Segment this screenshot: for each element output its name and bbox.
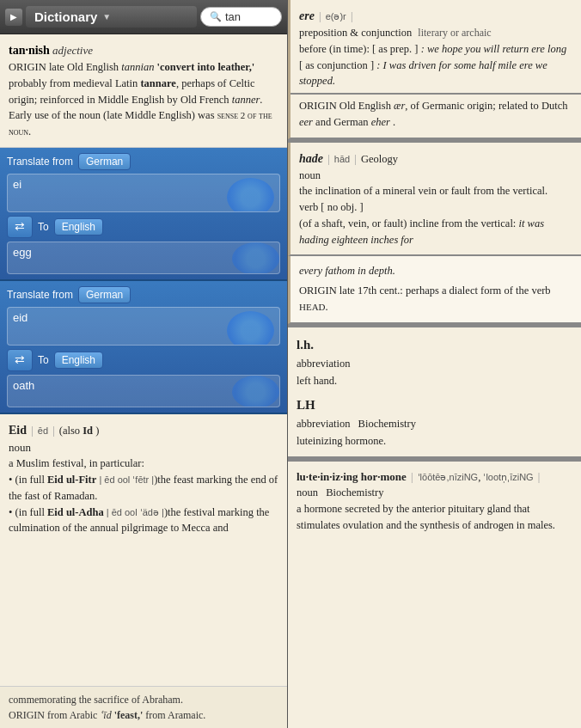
- translate-swap-btn-2[interactable]: ⇄: [7, 349, 33, 371]
- tannish-headword: tan·nish: [9, 44, 50, 57]
- hade-continuation-panel: every fathom in depth. ORIGIN late 17th …: [288, 256, 581, 323]
- hade-noun-def: the inclination of a mineral vein or fau…: [299, 183, 572, 199]
- hade-origin-head: HEAD: [299, 302, 326, 312]
- luting-pos: noun Biochemistry: [297, 485, 572, 501]
- hade-pronunciation: hād: [334, 154, 350, 164]
- eid-body: a Muslim festival, in particular: • (in …: [9, 456, 278, 536]
- eid-origin-panel: commemorating the sacrifice of Abraham. …: [0, 686, 287, 728]
- hade-verb-def: (of a shaft, vein, or fault) incline fro…: [299, 216, 572, 248]
- ere-pos: preposition & conjunction literary or ar…: [299, 25, 572, 41]
- eid-ul-adha: Eid ul-Adha: [47, 506, 104, 518]
- search-input[interactable]: [225, 10, 272, 23]
- translate-from-label-1: Translate from: [7, 156, 73, 168]
- eid-origin-text: ORIGIN from Arabic ʿīd 'feast,' from Ara…: [9, 707, 278, 723]
- hade-verb-italic: it was hading eighteen inches for: [299, 217, 544, 246]
- ere-headline: ere | e(ə)r |: [299, 7, 572, 25]
- ere-italic1: : we hope you will return ere long: [421, 43, 567, 55]
- search-box[interactable]: 🔍: [200, 7, 282, 27]
- ere-german: eher: [371, 116, 390, 128]
- tannish-pos: adjective: [52, 44, 93, 57]
- dictionary-title: Dictionary: [34, 9, 97, 24]
- eid-pos: noun: [9, 439, 278, 456]
- hade-origin: ORIGIN late 17th cent.: perhaps a dialec…: [299, 283, 572, 315]
- origin-keyword: ORIGIN: [9, 709, 47, 721]
- dictionary-title-box[interactable]: Dictionary ▼: [26, 6, 197, 28]
- luting-def: a hormone secreted by the anterior pitui…: [297, 501, 572, 534]
- eid-bullet2: • (in full Eid ul-Adha | ēd ool ˈädə |)t…: [9, 505, 278, 537]
- back-arrow-button[interactable]: ▶: [5, 9, 22, 26]
- hade-headword: hade: [299, 152, 323, 165]
- hade-pos-noun: noun: [299, 168, 572, 184]
- luting-entry-panel: lu·te·in·iz·ing hor·mone | ˈlōōtēə,nīziN…: [288, 462, 581, 729]
- eid-also: (also: [59, 425, 83, 437]
- eid-headline: Eid | ēd | (also Id ): [9, 421, 278, 439]
- dictionary-header: ▶ Dictionary ▼ 🔍: [0, 0, 287, 34]
- ere-old-english: ær: [394, 100, 405, 112]
- eid-ul-adha-pron: | ēd ool ˈädə |: [107, 507, 164, 517]
- tannian-word: tannian: [121, 61, 156, 73]
- eid-arabic: ʿīd: [100, 709, 111, 721]
- globe-overlay-1: [227, 178, 274, 212]
- hade-noun-section: noun the inclination of a mineral vein o…: [299, 168, 572, 200]
- translate-to-label-1: To: [38, 221, 49, 233]
- translate-bottom-row-1: ⇄ To English: [7, 216, 280, 238]
- eid-feast: 'feast,': [114, 709, 144, 721]
- lh-abbrev2: LH: [297, 398, 315, 412]
- translate-input-text-2: eid: [13, 311, 274, 324]
- luting-pron1: ˈlōōtēə,nīziNG: [418, 472, 479, 482]
- translate-from-lang-btn-1[interactable]: German: [78, 153, 131, 170]
- ere-qualifier: literary or archaic: [418, 27, 491, 39]
- globe-overlay-result-1: [232, 242, 279, 274]
- lh-def1: left hand.: [297, 372, 572, 389]
- hade-subject: Geology: [361, 153, 398, 165]
- translate-input-area-2[interactable]: eid: [7, 307, 280, 346]
- eid-ul-fitr-pron: | ēd ool ˈfētr |: [99, 474, 154, 485]
- lh-second-entry: LH: [297, 395, 572, 415]
- globe-overlay-result-2: [232, 376, 279, 407]
- translate-input-text-1: ei: [13, 178, 274, 191]
- ere-entry-panel: ere | e(ə)r | preposition & conjunction …: [288, 0, 581, 139]
- hade-entry-panel: hade | hād | Geology noun the inclinatio…: [288, 143, 581, 257]
- globe-overlay-2: [227, 311, 274, 346]
- tannare-word: tannare: [140, 77, 175, 89]
- translate-panel-2: Translate from German eid ⇄ To English o…: [0, 281, 287, 414]
- lh-first-entry: l.h.: [297, 334, 572, 355]
- left-column: ▶ Dictionary ▼ 🔍 tan·nish adjective ORIG…: [0, 0, 288, 728]
- hade-headline: hade | hād | Geology: [299, 150, 572, 168]
- luting-headword: lu·te·in·iz·ing hor·mone: [297, 470, 407, 483]
- translate-result-area-1: egg: [7, 242, 280, 274]
- translate-from-lang-btn-2[interactable]: German: [78, 286, 131, 303]
- search-icon: 🔍: [210, 11, 222, 22]
- luting-headline: lu·te·in·iz·ing hor·mone | ˈlōōtēə,nīziN…: [297, 468, 572, 486]
- eid-headword: Eid: [9, 424, 27, 437]
- translate-input-area-1[interactable]: ei: [7, 174, 280, 212]
- translate-to-lang-btn-1[interactable]: English: [54, 218, 103, 236]
- ere-dutch: eer: [299, 116, 313, 128]
- translate-swap-btn-1[interactable]: ⇄: [7, 216, 33, 238]
- right-column: ere | e(ə)r | preposition & conjunction …: [288, 0, 581, 728]
- lh-abbrev1: l.h.: [297, 338, 314, 352]
- lh-def2: luteinizing hormone.: [297, 432, 572, 450]
- eid-entry-panel: Eid | ēd | (also Id ) noun a Muslim fest…: [0, 414, 287, 686]
- eid-pronunciation: ēd: [38, 425, 48, 436]
- translate-bottom-row-2: ⇄ To English: [7, 349, 280, 371]
- tannish-body: ORIGIN late Old English tannian 'convert…: [9, 59, 278, 140]
- translate-to-lang-btn-2[interactable]: English: [54, 352, 103, 369]
- translate-to-label-2: To: [38, 354, 49, 366]
- tannish-entry-panel: tan·nish adjective ORIGIN late Old Engli…: [0, 34, 287, 148]
- translate-from-row-1: Translate from German: [7, 153, 280, 170]
- translate-panel-1: Translate from German ei ⇄ To English eg…: [0, 148, 287, 281]
- lh-entry-panel: l.h. abbreviation left hand. LH abbrevia…: [288, 327, 581, 458]
- ere-headword: ere: [299, 9, 315, 22]
- lh-pos2: abbreviation Biochemistry: [297, 415, 572, 432]
- title-dropdown-icon: ▼: [102, 12, 111, 21]
- ere-separator: [290, 93, 581, 95]
- translate-from-row-2: Translate from German: [7, 286, 280, 303]
- tannian-gloss: 'convert into leather,': [157, 61, 255, 73]
- origin-lang: late Old English: [49, 61, 121, 73]
- lh-pos1: abbreviation: [297, 355, 572, 372]
- origin-label: ORIGIN: [9, 61, 49, 73]
- main-layout: ▶ Dictionary ▼ 🔍 tan·nish adjective ORIG…: [0, 0, 581, 728]
- hade-verb-section: verb [ no obj. ] (of a shaft, vein, or f…: [299, 199, 572, 248]
- eid-origin-continuation: commemorating the sacrifice of Abraham.: [9, 692, 278, 707]
